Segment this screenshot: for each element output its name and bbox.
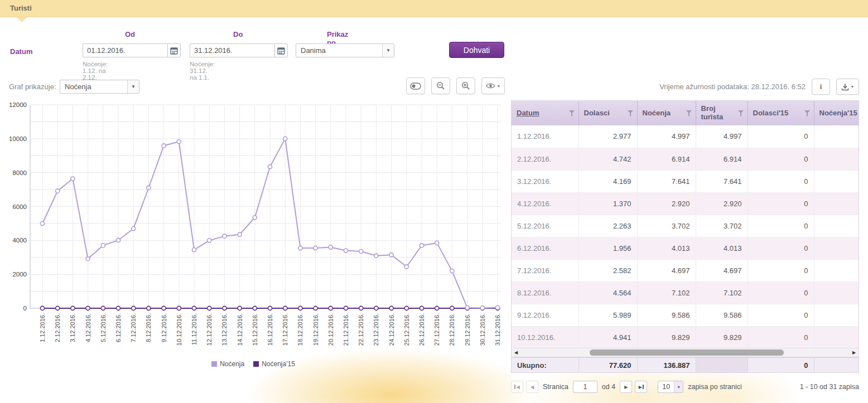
table-row[interactable]: 4.12.2016.1.3702.9202.9200	[512, 192, 859, 215]
filter-icon[interactable]	[738, 110, 744, 116]
table-row[interactable]: 6.12.2016.1.9564.0134.0130	[512, 237, 859, 259]
table-row[interactable]: 8.12.2016.4.5647.1027.1020	[512, 281, 859, 304]
scroll-left-icon[interactable]: ◀	[512, 350, 520, 355]
svg-text:4.12.2016.: 4.12.2016.	[85, 313, 91, 342]
cell-value: 4.697	[696, 259, 748, 281]
svg-text:8000: 8000	[12, 169, 27, 176]
scrollbar-thumb[interactable]	[590, 349, 784, 356]
svg-text:9.12.2016.: 9.12.2016.	[161, 313, 167, 342]
column-header-broj-turista[interactable]: Broj turista	[696, 101, 748, 125]
svg-text:5.12.2016.: 5.12.2016.	[100, 313, 107, 342]
column-header-no-enja[interactable]: Noćenja	[637, 101, 696, 125]
cell-value: 5.989	[578, 304, 637, 326]
cell-datum: 2.12.2016.	[512, 148, 578, 170]
column-header-no-enja-15[interactable]: Noćenja'15	[814, 101, 859, 125]
filter-icon[interactable]	[804, 110, 811, 116]
calendar-icon[interactable]	[274, 43, 288, 57]
do-label: Do	[233, 30, 243, 38]
table-row[interactable]: 9.12.2016.5.9899.5869.5860	[512, 304, 859, 326]
graf-prikazuje-label: Graf prikazuje:	[9, 82, 56, 91]
horizontal-scrollbar[interactable]: ◀ ▶	[511, 348, 859, 357]
column-label: Broj turista	[701, 105, 736, 122]
svg-text:19.12.2016.: 19.12.2016.	[312, 313, 319, 346]
cell-value: 4.742	[578, 148, 637, 170]
column-header-datum[interactable]: Datum	[512, 101, 578, 125]
first-page-button[interactable]: ◀	[511, 381, 523, 393]
table-row[interactable]: 5.12.2016.2.2633.7023.7020	[512, 215, 859, 237]
filter-icon[interactable]	[569, 110, 575, 116]
zoom-out-button[interactable]	[431, 77, 450, 94]
legend-item[interactable]: Noćenja	[211, 360, 244, 368]
chart-toolbar: ▼	[406, 77, 505, 94]
data-panel: Vrijeme ažurnosti podataka: 28.12.2016. …	[511, 77, 859, 403]
chevron-down-icon[interactable]: ▼	[127, 80, 139, 93]
datum-label: Datum	[10, 47, 32, 56]
table-row[interactable]: 1.12.2016.2.9774.9974.9970	[512, 125, 859, 148]
table-row[interactable]: 7.12.2016.2.5824.6974.6970	[512, 259, 859, 281]
tab-turisti[interactable]: Turisti	[10, 4, 32, 12]
zoom-in-button[interactable]	[456, 77, 475, 94]
data-updated-text: Vrijeme ažurnosti podataka: 28.12.2016. …	[659, 82, 806, 91]
prev-page-button[interactable]: ◀	[526, 381, 538, 393]
page-number-input[interactable]	[573, 381, 597, 393]
filter-icon[interactable]	[628, 110, 634, 116]
display-by-value: Danima	[296, 46, 326, 55]
last-page-button[interactable]: ▶	[635, 381, 647, 393]
cell-value: 4.697	[637, 259, 696, 281]
svg-text:31.12.2016.: 31.12.2016.	[494, 313, 501, 346]
page-size-select[interactable]: 10 ▼	[658, 381, 683, 393]
info-button[interactable]: i	[812, 79, 830, 95]
chart-metric-value: Noćenja	[60, 82, 91, 91]
page-count-label: od 4	[602, 383, 615, 391]
filter-icon[interactable]	[686, 110, 692, 116]
cell-value	[814, 259, 859, 281]
chart-legend: NoćenjaNoćenja'15	[4, 360, 502, 368]
svg-text:11.12.2016.: 11.12.2016.	[191, 313, 197, 345]
date-to-input[interactable]	[190, 43, 274, 57]
svg-text:16.12.2016.: 16.12.2016.	[267, 313, 273, 346]
cell-value: 4.169	[578, 170, 637, 192]
cell-value: 4.997	[637, 125, 696, 148]
cell-datum: 10.12.2016.	[512, 326, 578, 348]
table-row[interactable]: 10.12.2016.4.9419.8299.8290	[512, 326, 859, 348]
chart-metric-select[interactable]: Noćenja ▼	[60, 80, 139, 94]
display-by-select[interactable]: Danima ▼	[296, 43, 394, 57]
eye-icon	[486, 82, 495, 89]
table-row[interactable]: 3.12.2016.4.1697.6417.6410	[512, 170, 859, 192]
visibility-button[interactable]: ▼	[481, 77, 505, 94]
column-header-dolasci-15[interactable]: Dolasci'15	[748, 101, 814, 125]
total-value: 77.620	[578, 358, 637, 372]
svg-text:6.12.2016.: 6.12.2016.	[115, 313, 122, 342]
dohvati-button[interactable]: Dohvati	[449, 42, 504, 58]
svg-text:12000: 12000	[9, 101, 27, 108]
zoom-in-icon	[461, 81, 470, 90]
cell-value: 0	[748, 170, 814, 192]
cell-value: 9.586	[696, 304, 748, 326]
cell-datum: 8.12.2016.	[512, 281, 578, 304]
svg-text:23.12.2016.: 23.12.2016.	[373, 313, 379, 346]
cell-value: 0	[748, 148, 814, 170]
total-label: Ukupno:	[512, 358, 578, 372]
chart-panel: Graf prikazuje: Noćenja ▼ ▼ 020004000600…	[4, 77, 507, 403]
svg-text:13.12.2016.: 13.12.2016.	[221, 313, 228, 346]
download-icon	[841, 83, 849, 91]
svg-text:21.12.2016.: 21.12.2016.	[343, 313, 349, 346]
table-row[interactable]: 2.12.2016.4.7426.9146.9140	[512, 148, 859, 170]
scroll-right-icon[interactable]: ▶	[850, 350, 859, 355]
date-from-input[interactable]	[83, 43, 167, 57]
scrollbar-track[interactable]	[520, 348, 850, 357]
cell-datum: 9.12.2016.	[512, 304, 578, 326]
legend-item[interactable]: Noćenja'15	[253, 360, 295, 368]
svg-text:22.12.2016.: 22.12.2016.	[358, 313, 364, 346]
svg-text:28.12.2016.: 28.12.2016.	[449, 313, 455, 346]
totals-table: Ukupno:77.620136.8870	[512, 358, 859, 372]
cell-value: 3.702	[696, 215, 748, 237]
svg-text:7.12.2016.: 7.12.2016.	[130, 313, 137, 342]
export-button[interactable]: ▼	[836, 79, 859, 95]
toggle-icon	[410, 82, 421, 90]
column-header-dolasci[interactable]: Dolasci	[578, 101, 637, 125]
chevron-down-icon[interactable]: ▼	[382, 44, 394, 57]
toggle-series-button[interactable]	[406, 77, 425, 94]
next-page-button[interactable]: ▶	[620, 381, 632, 393]
calendar-icon[interactable]	[167, 43, 181, 57]
